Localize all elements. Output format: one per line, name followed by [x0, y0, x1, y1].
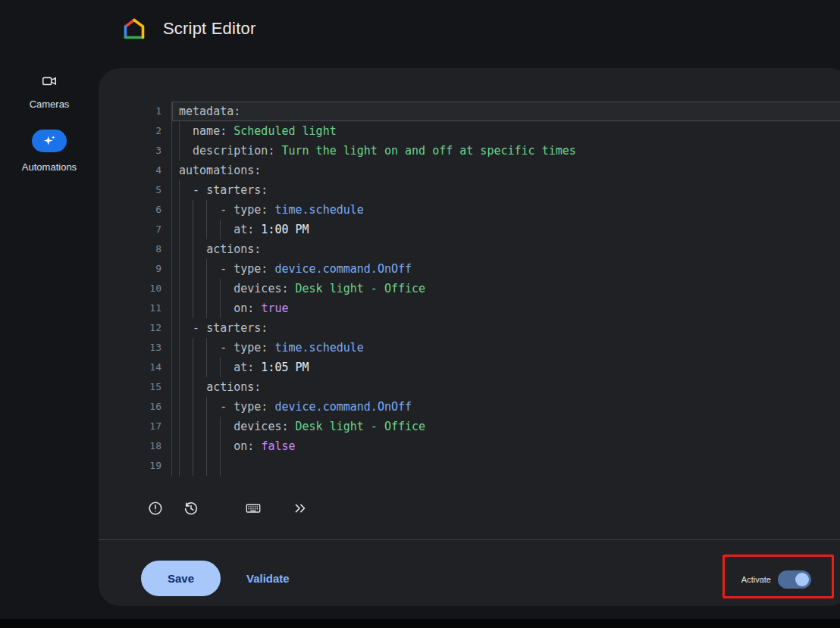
code-line-5[interactable]: 5 - starters: [99, 180, 840, 200]
indent-guide [179, 220, 180, 239]
indent-guide [206, 200, 207, 220]
activate-toggle[interactable] [778, 570, 811, 589]
indent-guide [206, 358, 207, 377]
line-number: 17 [99, 417, 172, 436]
code-line-8[interactable]: 8 actions: [99, 239, 840, 259]
problems-icon[interactable] [147, 500, 164, 517]
indent-guide [206, 456, 207, 476]
line-number: 19 [99, 456, 172, 476]
history-icon[interactable] [183, 500, 199, 517]
code-editor[interactable]: 1metadata:2 name: Scheduled light3 descr… [99, 102, 840, 486]
indent-guide [179, 298, 180, 318]
script-editor-app: Script Editor Cameras Automations [0, 0, 840, 628]
indent-guide [206, 220, 207, 239]
line-number: 11 [99, 298, 172, 318]
indent-guide [179, 358, 180, 377]
code-line-15[interactable]: 15 actions: [99, 377, 840, 397]
sidebar-item-label: Automations [22, 161, 77, 173]
code-line-1[interactable]: 1metadata: [99, 102, 840, 121]
indent-guide [193, 298, 193, 318]
line-number: 6 [99, 200, 172, 220]
line-number: 15 [99, 377, 172, 397]
indent-guide [220, 298, 221, 318]
code-line-7[interactable]: 7 at: 1:00 PM [99, 220, 840, 239]
footer-divider [99, 539, 840, 540]
indent-guide [220, 358, 221, 377]
indent-guide [220, 220, 221, 239]
indent-guide [179, 436, 180, 456]
line-number: 14 [99, 358, 172, 377]
indent-guide [220, 417, 221, 436]
code-line-3[interactable]: 3 description: Turn the light on and off… [99, 141, 840, 161]
indent-guide [206, 417, 207, 436]
indent-guide [206, 436, 207, 456]
sidebar-item-automations[interactable]: Automations [22, 130, 77, 173]
line-number: 8 [99, 239, 172, 259]
sidebar-item-cameras[interactable]: Cameras [30, 73, 70, 110]
code-line-16[interactable]: 16 - type: device.command.OnOff [99, 397, 840, 417]
code-line-13[interactable]: 13 - type: time.schedule [99, 338, 840, 358]
code-line-10[interactable]: 10 devices: Desk light - Office [99, 279, 840, 298]
indent-guide [179, 456, 180, 476]
keyboard-icon[interactable] [245, 500, 262, 517]
editor-toolbar [147, 498, 309, 518]
toggle-knob [795, 573, 809, 586]
indent-guide [206, 338, 207, 358]
page-title: Script Editor [163, 19, 255, 39]
line-number: 5 [99, 180, 172, 200]
indent-guide [206, 279, 207, 298]
indent-guide [193, 456, 193, 476]
code-line-17[interactable]: 17 devices: Desk light - Office [99, 417, 840, 436]
indent-guide [220, 456, 221, 476]
indent-guide [193, 220, 193, 239]
line-number: 4 [99, 161, 172, 180]
line-number: 3 [99, 141, 172, 161]
indent-guide [206, 397, 207, 417]
code-line-6[interactable]: 6 - type: time.schedule [99, 200, 840, 220]
code-line-18[interactable]: 18 on: false [99, 436, 840, 456]
indent-guide [193, 279, 193, 298]
camera-icon [41, 73, 58, 89]
header: Script Editor [122, 17, 255, 41]
indent-guide [179, 141, 180, 161]
code-line-2[interactable]: 2 name: Scheduled light [99, 121, 840, 141]
code-line-14[interactable]: 14 at: 1:05 PM [99, 358, 840, 377]
indent-guide [179, 239, 180, 259]
sparkle-icon [32, 130, 67, 152]
more-icon[interactable] [292, 500, 309, 517]
line-number: 13 [99, 338, 172, 358]
code-line-19[interactable]: 19 [99, 456, 840, 476]
sidebar-item-label: Cameras [30, 98, 70, 110]
line-number: 16 [99, 397, 172, 417]
save-button[interactable]: Save [141, 561, 221, 596]
footer-actions: Save Validate [141, 561, 290, 596]
code-lines: 1metadata:2 name: Scheduled light3 descr… [99, 102, 840, 476]
indent-guide [193, 200, 193, 220]
indent-guide [179, 397, 180, 417]
indent-guide [193, 417, 193, 436]
code-line-9[interactable]: 9 - type: device.command.OnOff [99, 259, 840, 279]
indent-guide [193, 397, 193, 417]
google-home-logo-icon [122, 17, 146, 41]
line-number: 1 [99, 102, 172, 121]
indent-guide [179, 417, 180, 436]
script-editor-panel: 1metadata:2 name: Scheduled light3 descr… [99, 68, 840, 606]
validate-button[interactable]: Validate [246, 572, 290, 585]
indent-guide [206, 259, 207, 279]
code-line-12[interactable]: 12 - starters: [99, 318, 840, 338]
indent-guide [179, 338, 180, 358]
code-line-11[interactable]: 11 on: true [99, 298, 840, 318]
indent-guide [179, 121, 180, 141]
line-number: 7 [99, 220, 172, 239]
window-edge [0, 619, 840, 628]
indent-guide [193, 239, 193, 259]
indent-guide [179, 318, 180, 338]
line-number: 10 [99, 279, 172, 298]
code-line-4[interactable]: 4automations: [99, 161, 840, 180]
indent-guide [193, 436, 193, 456]
indent-guide [179, 279, 180, 298]
indent-guide [193, 338, 193, 358]
indent-guide [220, 279, 221, 298]
indent-guide [179, 259, 180, 279]
line-number: 2 [99, 121, 172, 141]
